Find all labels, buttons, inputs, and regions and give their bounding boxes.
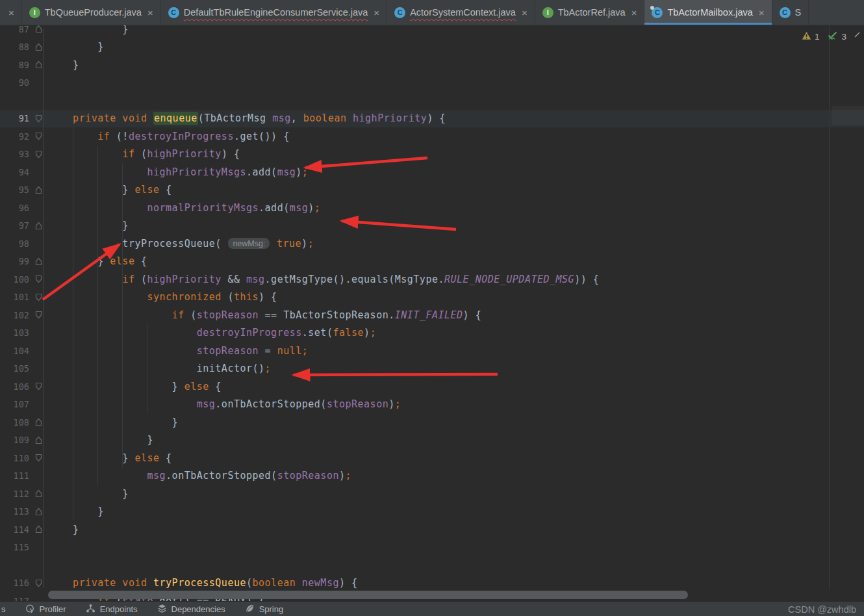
- code-row-113: 113 }: [0, 503, 864, 521]
- code-row-102: 102 if (stopReason == TbActorStopReason.…: [0, 306, 864, 324]
- code-text[interactable]: }: [48, 506, 104, 517]
- tab-close-icon[interactable]: ×: [520, 7, 527, 18]
- editor-tab-partial[interactable]: ×: [0, 0, 22, 25]
- blank-row: [0, 556, 864, 574]
- code-text[interactable]: } else {: [48, 381, 222, 392]
- fold-start-icon[interactable]: [29, 382, 48, 391]
- fold-end-icon[interactable]: [29, 507, 48, 516]
- code-row-111: 111 msg.onTbActorStopped(stopReason);: [0, 467, 864, 485]
- status-item-spring[interactable]: Spring: [245, 604, 284, 615]
- fold-start-icon[interactable]: [29, 114, 48, 123]
- status-bar: s ProfilerEndpointsDependenciesSpring CS…: [0, 601, 864, 616]
- line-number: 106: [0, 381, 29, 392]
- code-row-88: 88 }: [0, 38, 864, 57]
- code-text[interactable]: if (highPriority) {: [48, 148, 240, 160]
- code-text[interactable]: }: [48, 417, 178, 428]
- code-text[interactable]: }: [48, 59, 79, 71]
- interface-icon: I: [29, 7, 40, 18]
- fold-end-icon[interactable]: [29, 436, 48, 444]
- line-number: 100: [0, 274, 29, 285]
- code-row-93: 93 if (highPriority) {: [0, 146, 864, 164]
- fold-start-icon[interactable]: [29, 311, 48, 319]
- status-item-endpoints[interactable]: Endpoints: [86, 604, 138, 615]
- code-text[interactable]: normalPriorityMsgs.add(msg);: [48, 202, 320, 214]
- line-number: 103: [0, 327, 29, 338]
- fold-end-icon[interactable]: [29, 418, 48, 426]
- fold-end-icon[interactable]: [29, 257, 48, 266]
- fold-end-icon[interactable]: [29, 25, 48, 33]
- tab-close-icon[interactable]: ×: [146, 7, 153, 18]
- code-text[interactable]: msg.onTbActorStopped(stopReason);: [48, 470, 351, 481]
- fold-end-icon[interactable]: [29, 489, 48, 498]
- fold-start-icon[interactable]: [29, 293, 48, 302]
- code-row-109: 109 }: [0, 431, 864, 450]
- fold-start-icon[interactable]: [29, 579, 48, 587]
- code-row-108: 108 }: [0, 413, 864, 431]
- code-row-106: 106 } else {: [0, 378, 864, 396]
- fold-end-icon[interactable]: [29, 525, 48, 533]
- code-text[interactable]: }: [48, 488, 129, 500]
- code-row-97: 97 }: [0, 217, 864, 235]
- fold-end-icon[interactable]: [29, 43, 48, 51]
- editor-tab-S[interactable]: CS: [772, 0, 809, 25]
- tab-close-icon[interactable]: ×: [630, 7, 637, 18]
- code-text[interactable]: initActor();: [48, 363, 271, 374]
- code-text[interactable]: tryProcessQueue( newMsg: true);: [48, 238, 314, 250]
- code-text[interactable]: highPriorityMsgs.add(msg);: [48, 166, 308, 178]
- fold-end-icon[interactable]: [29, 60, 48, 69]
- line-number: 97: [0, 220, 29, 231]
- line-number: 87: [0, 24, 29, 34]
- code-row-90: 90: [0, 74, 864, 92]
- code-text[interactable]: if (stopReason == TbActorStopReason.INIT…: [48, 309, 481, 321]
- code-text[interactable]: private void tryProcessQueue(boolean new…: [48, 577, 358, 589]
- fold-start-icon[interactable]: [29, 150, 48, 159]
- code-text[interactable]: if (highPriority && msg.getMsgType().equ…: [48, 274, 599, 285]
- code-text[interactable]: }: [48, 220, 129, 231]
- status-item-dependencies[interactable]: Dependencies: [157, 604, 225, 615]
- tab-label: TbActorRef.java: [558, 7, 626, 18]
- editor-tab-ActorSystemContext.java[interactable]: CActorSystemContext.java×: [387, 0, 535, 25]
- code-text[interactable]: if (!destroyInProgress.get()) {: [48, 131, 290, 142]
- fold-start-icon[interactable]: [29, 132, 48, 140]
- fold-start-icon[interactable]: [29, 275, 48, 283]
- editor-tab-TbActorMailbox.java[interactable]: CTbActorMailbox.java×: [644, 0, 772, 25]
- code-text[interactable]: msg.onTbActorStopped(stopReason);: [48, 398, 401, 410]
- code-text[interactable]: stopReason = null;: [48, 345, 308, 357]
- fold-end-icon[interactable]: [29, 186, 48, 194]
- tab-label: ActorSystemContext.java: [410, 7, 516, 18]
- code-row-99: 99 } else {: [0, 253, 864, 271]
- status-item-profiler[interactable]: Profiler: [25, 604, 66, 615]
- code-text[interactable]: private void enqueue(TbActorMsg msg, boo…: [48, 112, 446, 124]
- status-item-partial[interactable]: s: [1, 604, 6, 614]
- inspections-widget[interactable]: 1 3: [802, 31, 860, 42]
- horizontal-scrollbar-thumb[interactable]: [48, 591, 688, 599]
- code-row-100: 100 if (highPriority && msg.getMsgType()…: [0, 270, 864, 289]
- code-text[interactable]: }: [48, 41, 104, 53]
- editor-tab-TbActorRef.java[interactable]: ITbActorRef.java×: [535, 0, 645, 25]
- inspections-caret-icon: [854, 31, 860, 40]
- code-text[interactable]: } else {: [48, 452, 172, 464]
- editor-tab-DefaultTbRuleEngineConsumerService.java[interactable]: CDefaultTbRuleEngineConsumerService.java…: [161, 0, 387, 25]
- code-text[interactable]: }: [48, 524, 79, 535]
- code-text[interactable]: } else {: [48, 184, 172, 196]
- editor-tab-TbQueueProducer.java[interactable]: ITbQueueProducer.java×: [22, 0, 161, 25]
- code-text[interactable]: }: [48, 434, 153, 446]
- line-number: 109: [0, 435, 29, 445]
- code-row-92: 92 if (!destroyInProgress.get()) {: [0, 127, 864, 146]
- tab-close-icon[interactable]: ×: [757, 7, 765, 18]
- code-row-89: 89 }: [0, 56, 864, 74]
- code-editor[interactable]: 87 }88 }89 }9091 private void enqueue(Tb…: [0, 0, 864, 601]
- status-item-label: Profiler: [40, 604, 66, 614]
- tab-label: S: [795, 7, 802, 18]
- indent-guide: [73, 127, 73, 520]
- code-row-107: 107 msg.onTbActorStopped(stopReason);: [0, 396, 864, 414]
- warning-count: 1: [815, 32, 820, 42]
- code-text[interactable]: synchronized (this) {: [48, 291, 277, 303]
- fold-start-icon[interactable]: [29, 454, 48, 462]
- class-icon: C: [652, 7, 663, 18]
- line-number: 92: [0, 131, 29, 142]
- tab-close-icon[interactable]: ×: [7, 7, 14, 18]
- tab-close-icon[interactable]: ×: [372, 7, 379, 18]
- fold-end-icon[interactable]: [29, 222, 48, 230]
- line-number: 111: [0, 470, 29, 481]
